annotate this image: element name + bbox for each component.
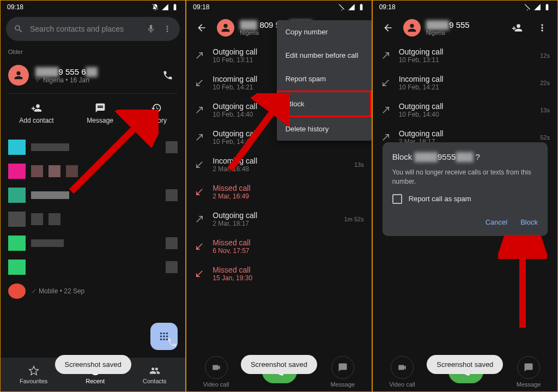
svg-point-4: [163, 335, 165, 337]
block-dialog: Block ████9555███ ? You will no longer r…: [383, 142, 548, 236]
menu-delete[interactable]: Delete history: [277, 117, 372, 141]
svg-point-7: [163, 339, 165, 341]
notification-off-icon: [524, 3, 531, 11]
history-action[interactable]: History: [147, 102, 167, 124]
message-button[interactable]: Message: [517, 356, 541, 388]
status-bar: 09:18: [186, 1, 371, 14]
svg-point-0: [160, 333, 162, 335]
call-duration: 1m 52s: [344, 216, 364, 222]
video-call-button[interactable]: Video call: [389, 356, 415, 388]
svg-point-3: [160, 335, 162, 337]
call-duration: 12s: [540, 52, 550, 59]
out-arrow-icon: [194, 214, 205, 225]
spam-checkbox-row[interactable]: Report call as spam: [392, 194, 538, 204]
nav-favourites[interactable]: Favourites: [20, 365, 47, 384]
call-entry[interactable]: Outgoing call10 Feb, 13:11 12s: [373, 42, 557, 69]
call-entry[interactable]: Missed call6 Nov, 17:57: [186, 233, 371, 260]
contact-info: ████9 555 6██ Nigeria • 16 Jan: [35, 67, 151, 84]
more-icon[interactable]: [162, 24, 172, 34]
block-button[interactable]: Block: [520, 218, 538, 226]
call-duration: 13s: [540, 107, 550, 113]
in-arrow-icon: [380, 77, 391, 88]
status-icons: [338, 3, 365, 11]
search-icon: [14, 24, 23, 34]
out-arrow-icon: [194, 132, 205, 143]
status-bar: 09:18: [1, 1, 185, 14]
battery-icon: [357, 3, 365, 11]
snackbar: Screenshot saved: [427, 355, 503, 374]
call-duration: 52s: [540, 134, 550, 141]
dialog-body: You will no longer receive calls or text…: [392, 168, 538, 186]
call-entry[interactable]: Outgoing call10 Feb, 14:40 13s: [373, 97, 557, 124]
avatar: [8, 65, 29, 86]
call-duration: 22s: [540, 80, 550, 86]
video-call-button[interactable]: Video call: [203, 356, 229, 388]
out-arrow-icon: [380, 105, 391, 116]
checkbox-icon[interactable]: [392, 194, 402, 204]
detail-header: ████9 555 Nigeria: [373, 14, 557, 42]
signal-icon: [348, 3, 355, 11]
avatar: [217, 19, 234, 37]
in-arrow-icon: [194, 77, 205, 88]
avatar: [403, 19, 421, 37]
signal-icon: [533, 3, 541, 11]
notification-off-icon: [338, 3, 345, 11]
call-fab-small[interactable]: [167, 337, 178, 350]
menu-report[interactable]: Report spam: [277, 67, 372, 91]
message-button[interactable]: Message: [330, 356, 355, 388]
divider: [8, 93, 178, 94]
call-entry[interactable]: Missed call2 Mar, 16:49: [186, 178, 371, 206]
signal-icon: [161, 3, 169, 11]
svg-point-6: [160, 339, 162, 341]
status-time: 09:18: [379, 3, 396, 11]
message-action[interactable]: Message: [87, 102, 113, 124]
cancel-button[interactable]: Cancel: [486, 218, 507, 226]
more-button[interactable]: [532, 18, 552, 38]
search-bar[interactable]: Search contacts and places: [6, 17, 180, 41]
status-time: 09:18: [193, 3, 209, 11]
action-row: Add contact Message History: [1, 96, 185, 131]
call-entry[interactable]: Missed call15 Jan, 19:30: [186, 260, 371, 287]
status-time: 09:18: [7, 3, 23, 11]
call-entry[interactable]: Incoming call2 Mar, 16:48 13s: [186, 151, 371, 178]
missed-arrow-icon: [194, 186, 205, 197]
in-arrow-icon: [194, 159, 205, 170]
svg-point-1: [163, 333, 165, 335]
search-placeholder: Search contacts and places: [30, 25, 140, 33]
menu-copy[interactable]: Copy number: [277, 20, 372, 44]
context-menu: Copy number Edit number before call Repo…: [277, 20, 372, 141]
header-info: ████9 555 Nigeria: [426, 20, 502, 36]
section-older: Older: [1, 44, 185, 59]
dialog-title: Block ████9555███ ?: [392, 152, 538, 161]
back-button[interactable]: [378, 18, 398, 38]
status-bar: 09:18: [373, 1, 557, 14]
out-arrow-icon: [380, 132, 391, 143]
call-entry[interactable]: Outgoing call2 Mar, 18:17 1m 52s: [186, 206, 371, 233]
red-arrow: [498, 235, 547, 333]
contact-row[interactable]: ████9 555 6██ Nigeria • 16 Jan: [1, 59, 185, 91]
snackbar: Screenshot saved: [241, 355, 317, 374]
status-icons: [151, 3, 179, 11]
menu-edit[interactable]: Edit number before call: [277, 44, 372, 67]
back-button[interactable]: [192, 18, 211, 38]
nav-contacts[interactable]: Contacts: [143, 365, 166, 384]
battery-icon: [543, 3, 551, 11]
svg-point-2: [166, 333, 168, 335]
missed-arrow-icon: [194, 241, 205, 252]
call-entry[interactable]: Incoming call10 Feb, 14:21 22s: [373, 69, 557, 97]
out-arrow-icon: [194, 50, 205, 61]
menu-block[interactable]: Block: [277, 91, 372, 117]
mic-icon[interactable]: [146, 24, 156, 34]
contact-list: Mobile • 22 Sep: [1, 131, 185, 303]
out-arrow-icon: [380, 50, 391, 61]
notification-off-icon: [151, 3, 159, 11]
missed-arrow-icon: [194, 268, 205, 279]
checkbox-label: Report call as spam: [409, 195, 471, 203]
call-button[interactable]: [158, 65, 178, 85]
call-duration: 13s: [354, 161, 364, 168]
status-icons: [524, 3, 551, 11]
snackbar: Screenshot saved: [55, 355, 131, 374]
add-contact-action[interactable]: Add contact: [19, 102, 53, 124]
add-person-button[interactable]: [507, 18, 527, 38]
battery-icon: [171, 3, 179, 11]
